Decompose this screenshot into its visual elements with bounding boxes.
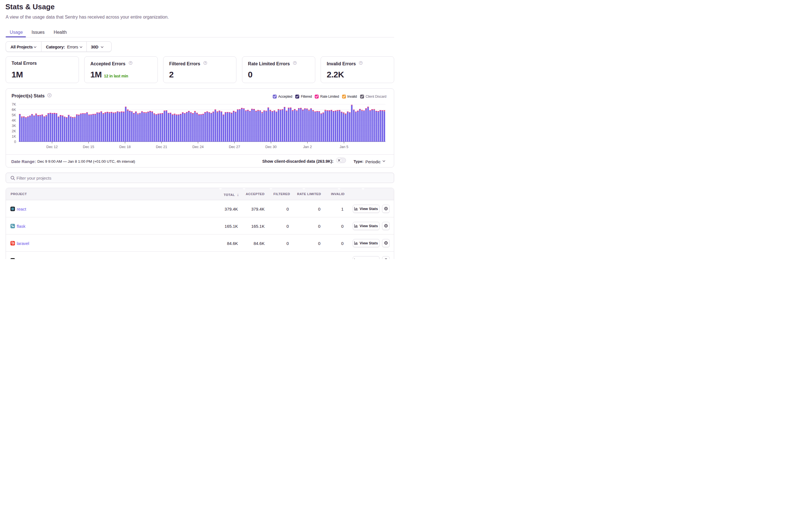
svg-text:3K: 3K (11, 124, 16, 128)
svg-text:?: ? (130, 61, 131, 64)
svg-text:Dec 24: Dec 24 (193, 145, 204, 149)
svg-text:4K: 4K (11, 119, 16, 122)
svg-text:1K: 1K (11, 134, 16, 138)
svg-text:5K: 5K (11, 113, 16, 117)
svg-text:?: ? (205, 61, 206, 64)
svg-text:Dec 27: Dec 27 (229, 145, 240, 149)
svg-text:Jan 2: Jan 2 (303, 145, 312, 149)
svg-text:?: ? (360, 61, 361, 64)
svg-text:7K: 7K (11, 102, 16, 106)
svg-text:Dec 18: Dec 18 (119, 145, 131, 149)
svg-text:Dec 30: Dec 30 (265, 145, 277, 149)
svg-text:Dec 15: Dec 15 (83, 145, 94, 149)
svg-text:0: 0 (14, 140, 16, 144)
svg-text:Dec 21: Dec 21 (156, 145, 167, 149)
svg-text:Dec 12: Dec 12 (47, 145, 58, 149)
svg-text:2K: 2K (11, 129, 16, 133)
svg-text:?: ? (294, 61, 295, 64)
svg-text:Jan 5: Jan 5 (340, 145, 348, 149)
svg-text:6K: 6K (11, 108, 16, 112)
